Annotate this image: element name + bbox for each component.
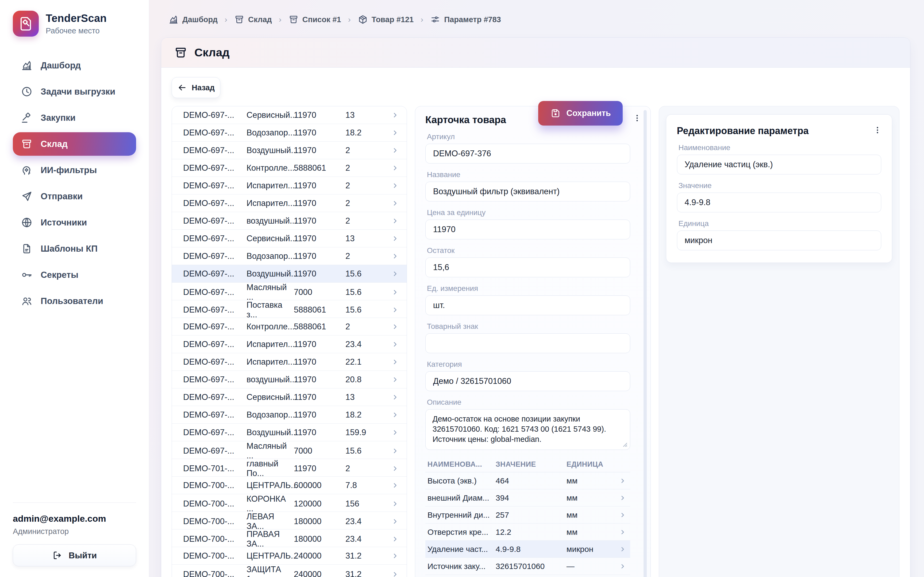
sidebar-item[interactable]: Отправки — [13, 185, 136, 208]
unit-field[interactable] — [425, 295, 630, 315]
sidebar-item[interactable]: Задачи выгрузки — [13, 80, 136, 103]
table-row[interactable]: DEMO-697-... Воздушный... 11970 159.9 — [172, 424, 407, 441]
chevron-right-icon — [619, 477, 627, 485]
table-row[interactable]: DEMO-697-... Масляный ... 7000 15.6 — [172, 441, 407, 459]
table-row[interactable]: DEMO-697-... Водозапор... 11970 18.2 — [172, 406, 407, 424]
param-row[interactable]: Высота (экв.) 464 мм — [425, 472, 630, 489]
breadcrumb-link[interactable]: Дашборд — [168, 15, 218, 24]
stock-field[interactable] — [425, 258, 630, 277]
sidebar-item-label: Шаблоны КП — [40, 243, 98, 254]
table-row[interactable]: DEMO-697-... Воздушный... 11970 15.6 — [172, 265, 407, 283]
table-row[interactable]: DEMO-697-... Сервисный... 11970 13 — [172, 388, 407, 406]
article-label: Артикул — [427, 132, 630, 141]
param-row[interactable]: внешний Диам... 394 мм — [425, 489, 630, 506]
table-row[interactable]: DEMO-697-... Воздушный... 11970 2 — [172, 142, 407, 159]
category-field[interactable] — [425, 371, 630, 391]
param-value-field[interactable] — [677, 193, 882, 212]
table-row[interactable]: DEMO-697-... Поставка з... 5888061 15.6 — [172, 300, 407, 318]
back-button[interactable]: Назад — [172, 77, 220, 98]
cell-qty: 22.1 — [346, 357, 385, 367]
table-row[interactable]: DEMO-700-... ЦЕНТРАЛЬ... 600000 7.8 — [172, 477, 407, 494]
chevron-right-icon — [391, 217, 399, 225]
sidebar-item-label: Задачи выгрузки — [40, 87, 115, 97]
params-table: Высота (экв.) 464 мм внешний Диам... — [425, 472, 630, 577]
table-row[interactable]: DEMO-700-... ЛЕВАЯ ЗА... 180000 23.4 — [172, 512, 407, 529]
sidebar-item[interactable]: Источники — [13, 211, 136, 234]
table-row[interactable]: DEMO-700-... ЗАЩИТА 1... 240000 31.2 — [172, 565, 407, 577]
cell-name: Испарител... — [247, 198, 294, 208]
sidebar-item[interactable]: Секреты — [13, 263, 136, 287]
param-unit: мм — [567, 511, 613, 520]
table-row[interactable]: DEMO-701-... главный По... 11970 2 — [172, 459, 407, 477]
param-row[interactable]: Удаление част... 4.9-9.8 микрон — [425, 541, 630, 558]
sidebar-item-label: Закупки — [40, 113, 76, 123]
breadcrumb-label: Склад — [248, 15, 272, 24]
sidebar-item-label: Дашборд — [40, 60, 81, 71]
cell-article: DEMO-697-... — [183, 128, 247, 137]
chevron-right-icon — [391, 270, 399, 278]
sidebar-item[interactable]: Дашборд — [13, 54, 136, 77]
logout-button[interactable]: Выйти — [13, 545, 136, 566]
table-row[interactable]: DEMO-697-... воздушный... 11970 20.8 — [172, 371, 407, 388]
param-unit: микрон — [567, 545, 613, 554]
article-field[interactable] — [425, 144, 630, 163]
table-row[interactable]: DEMO-697-... Испарител... 11970 23.4 — [172, 335, 407, 353]
table-row[interactable]: DEMO-697-... Контролле... 5888061 2 — [172, 318, 407, 335]
param-row[interactable]: Внутренний ди... 257 мм — [425, 506, 630, 524]
sidebar-item[interactable]: ИИ-фильтры — [13, 158, 136, 182]
cell-qty: 20.8 — [346, 375, 385, 384]
table-row[interactable]: DEMO-697-... Сервисный... 11970 13 — [172, 230, 407, 247]
save-label: Сохранить — [567, 108, 611, 118]
param-row[interactable]: Код позиции (э... 1621 5743 00 (1... — — [425, 575, 630, 577]
table-row[interactable]: DEMO-700-... ЦЕНТРАЛЬ... 240000 31.2 — [172, 547, 407, 565]
sidebar: TenderScan Рабочее место Дашборд Задачи … — [0, 0, 149, 577]
sources-icon — [21, 217, 32, 228]
table-row[interactable]: DEMO-697-... Испарител... 11970 2 — [172, 177, 407, 195]
table-row[interactable]: DEMO-697-... Испарител... 11970 22.1 — [172, 353, 407, 371]
breadcrumb-link[interactable]: Список #1 — [289, 15, 341, 24]
param-editor-menu-button[interactable] — [871, 122, 884, 137]
table-row[interactable]: DEMO-697-... Испарител... 11970 2 — [172, 195, 407, 212]
param-unit-field[interactable] — [677, 230, 882, 250]
param-editor-title: Редактирование параметра — [677, 125, 882, 137]
sidebar-item[interactable]: Пользователи — [13, 289, 136, 313]
save-button[interactable]: Сохранить — [538, 101, 623, 126]
table-row[interactable]: DEMO-697-... Масляный ... 7000 15.6 — [172, 283, 407, 300]
cell-price: 7000 — [294, 446, 346, 456]
table-row[interactable]: DEMO-697-... воздушный... 11970 2 — [172, 212, 407, 230]
breadcrumb-link[interactable]: Склад — [234, 15, 272, 24]
logout-icon — [52, 550, 63, 561]
chevron-right-icon — [391, 147, 399, 155]
table-row[interactable]: DEMO-700-... ПРАВАЯ ЗА... 180000 23.4 — [172, 529, 407, 547]
cell-name: воздушный... — [247, 216, 294, 226]
sidebar-item-label: Склад — [40, 139, 68, 149]
param-row[interactable]: Отверстия кре... 12.2 мм — [425, 524, 630, 541]
sidebar-item[interactable]: Склад — [13, 132, 136, 156]
cell-article: DEMO-697-... — [183, 181, 247, 190]
table-row[interactable]: DEMO-697-... Водозапор... 11970 18.2 — [172, 124, 407, 142]
sidebar-item[interactable]: Закупки — [13, 106, 136, 130]
table-row[interactable]: DEMO-697-... Сервисный... 11970 13 — [172, 106, 407, 124]
sidebar-item[interactable]: Шаблоны КП — [13, 237, 136, 260]
resize-handle-icon[interactable] — [621, 441, 628, 448]
table-row[interactable]: DEMO-697-... Контролле... 5888061 2 — [172, 159, 407, 177]
param-row[interactable]: Источник заку... 32615701060 — — [425, 558, 630, 575]
trademark-field[interactable] — [425, 334, 630, 353]
param-editor-card: Редактирование параметра Наименование Зн… — [666, 114, 892, 263]
breadcrumb-separator: › — [225, 15, 227, 24]
table-row[interactable]: DEMO-697-... Водозапор... 11970 2 — [172, 247, 407, 265]
breadcrumb-link[interactable]: Параметр #783 — [430, 15, 501, 24]
breadcrumb-link[interactable]: Товар #121 — [358, 15, 414, 24]
breadcrumb-separator: › — [348, 15, 351, 24]
table-row[interactable]: DEMO-700-... КОРОНКА ... 120000 156 — [172, 494, 407, 512]
param-unit: мм — [567, 527, 613, 537]
description-field[interactable]: Демо-остаток на основе позиции закупки 3… — [425, 409, 630, 450]
price-field[interactable] — [425, 219, 630, 239]
breadcrumb: Дашборд › Склад › Список #1 › Товар #121… — [168, 10, 501, 29]
param-name-field[interactable] — [677, 155, 882, 174]
scrollbar[interactable] — [643, 110, 647, 577]
param-unit: — — [567, 562, 613, 571]
name-field[interactable] — [425, 182, 630, 201]
product-card-panel: Сохранить Карточка товара Артикул Назван… — [415, 106, 651, 577]
cell-name: ЦЕНТРАЛЬ... — [247, 480, 294, 490]
